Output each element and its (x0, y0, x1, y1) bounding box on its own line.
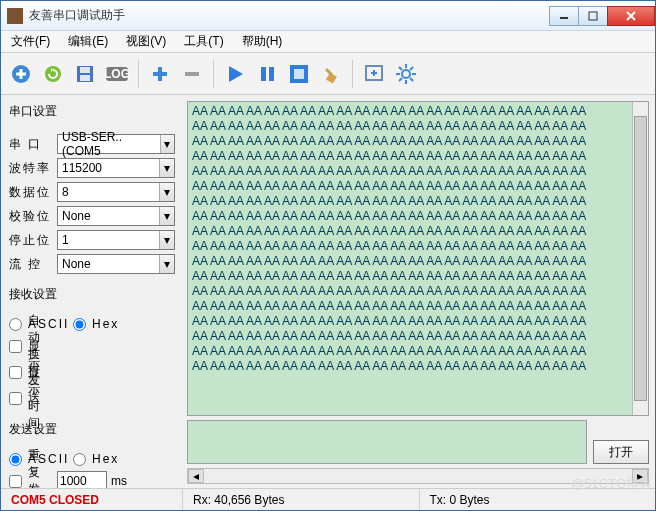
ms-label: ms (111, 474, 127, 488)
chevron-down-icon[interactable]: ▾ (159, 255, 174, 273)
refresh-icon[interactable] (39, 58, 67, 90)
databits-combo[interactable]: 8▾ (57, 182, 175, 202)
sidebar: 串口设置 串 口USB-SER.. (COM5▾ 波特率115200▾ 数据位8… (1, 95, 183, 488)
save-icon[interactable] (71, 58, 99, 90)
port-combo[interactable]: USB-SER.. (COM5▾ (57, 134, 175, 154)
main-area: AA AA AA AA AA AA AA AA AA AA AA AA AA A… (183, 95, 655, 488)
svg-text:LOG: LOG (105, 67, 129, 81)
window-buttons (550, 6, 655, 26)
svg-line-32 (410, 78, 413, 81)
parity-label: 校验位 (9, 208, 53, 225)
watermark: @51CTO博客 (571, 475, 652, 493)
minus-icon[interactable] (178, 58, 206, 90)
recv-hex-radio[interactable]: Hex (73, 317, 117, 331)
settings-icon[interactable] (392, 58, 420, 90)
app-icon (7, 8, 23, 24)
separator-icon (138, 60, 139, 88)
statusbar: COM5 CLOSED Rx: 40,656 Bytes Tx: 0 Bytes (1, 488, 655, 510)
svg-marker-16 (229, 66, 243, 82)
interval-spin[interactable]: 1000 (57, 471, 107, 488)
chevron-down-icon[interactable]: ▾ (159, 159, 174, 177)
separator-icon (352, 60, 353, 88)
svg-rect-9 (80, 67, 90, 73)
databits-label: 数据位 (9, 184, 53, 201)
play-icon[interactable] (221, 58, 249, 90)
menubar: 文件(F) 编辑(E) 视图(V) 工具(T) 帮助(H) (1, 31, 655, 53)
toolbar: LOG (1, 53, 655, 95)
body: 串口设置 串 口USB-SER.. (COM5▾ 波特率115200▾ 数据位8… (1, 95, 655, 488)
minimize-button[interactable] (549, 6, 579, 26)
flow-combo[interactable]: None▾ (57, 254, 175, 274)
svg-line-34 (399, 78, 402, 81)
port-label: 串 口 (9, 136, 53, 153)
plus-icon[interactable] (146, 58, 174, 90)
svg-line-33 (410, 67, 413, 70)
chevron-down-icon[interactable]: ▾ (159, 207, 174, 225)
maximize-button[interactable] (578, 6, 608, 26)
repeat-check[interactable]: 重复发送 (9, 447, 53, 488)
svg-rect-10 (80, 75, 90, 81)
app-window: 友善串口调试助手 文件(F) 编辑(E) 视图(V) 工具(T) 帮助(H) L… (0, 0, 656, 511)
open-button[interactable]: 打开 (593, 440, 649, 464)
chevron-down-icon[interactable]: ▾ (159, 183, 174, 201)
svg-rect-18 (269, 67, 274, 81)
chevron-down-icon[interactable]: ▾ (159, 231, 174, 249)
svg-line-31 (399, 67, 402, 70)
receive-textarea[interactable]: AA AA AA AA AA AA AA AA AA AA AA AA AA A… (187, 101, 649, 416)
menu-edit[interactable]: 编辑(E) (62, 31, 114, 52)
menu-file[interactable]: 文件(F) (5, 31, 56, 52)
svg-point-26 (402, 70, 410, 78)
rx-count: Rx: 40,656 Bytes (183, 489, 420, 510)
pause-icon[interactable] (253, 58, 281, 90)
new-window-icon[interactable] (360, 58, 388, 90)
recv-settings-title: 接收设置 (9, 286, 175, 303)
send-textarea[interactable] (187, 420, 587, 464)
send-settings-title: 发送设置 (9, 421, 175, 438)
svg-rect-1 (589, 12, 597, 20)
port-status: COM5 CLOSED (1, 489, 183, 510)
vertical-scrollbar[interactable] (632, 102, 648, 415)
window-title: 友善串口调试助手 (29, 7, 550, 24)
svg-line-22 (326, 69, 332, 75)
stopbits-label: 停止位 (9, 232, 53, 249)
port-settings-title: 串口设置 (9, 103, 175, 120)
separator-icon (213, 60, 214, 88)
stop-icon[interactable] (285, 58, 313, 90)
menu-help[interactable]: 帮助(H) (236, 31, 289, 52)
flow-label: 流 控 (9, 256, 53, 273)
svg-point-7 (45, 66, 61, 82)
stopbits-combo[interactable]: 1▾ (57, 230, 175, 250)
svg-rect-17 (261, 67, 266, 81)
baud-label: 波特率 (9, 160, 53, 177)
titlebar: 友善串口调试助手 (1, 1, 655, 31)
close-button[interactable] (607, 6, 655, 26)
menu-tools[interactable]: 工具(T) (178, 31, 229, 52)
scroll-left-icon[interactable]: ◂ (188, 469, 204, 483)
clear-icon[interactable] (317, 58, 345, 90)
send-hex-radio[interactable]: Hex (73, 452, 117, 466)
log-icon[interactable]: LOG (103, 58, 131, 90)
baud-combo[interactable]: 115200▾ (57, 158, 175, 178)
svg-rect-20 (294, 69, 304, 79)
chevron-down-icon[interactable]: ▾ (160, 135, 174, 153)
menu-view[interactable]: 视图(V) (120, 31, 172, 52)
parity-combo[interactable]: None▾ (57, 206, 175, 226)
add-icon[interactable] (7, 58, 35, 90)
